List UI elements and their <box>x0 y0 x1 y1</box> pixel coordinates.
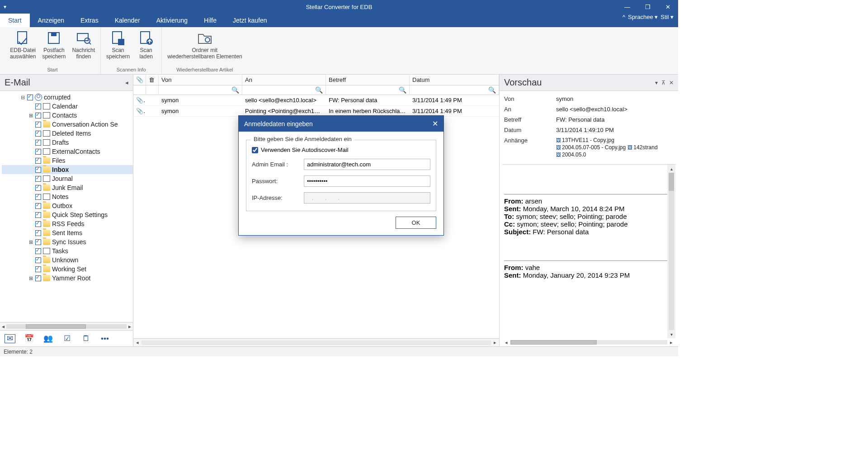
col-an[interactable]: An <box>242 75 326 85</box>
btn-scan-load[interactable]: Scanladen <box>133 29 159 66</box>
nav-tasks-icon[interactable]: ☑ <box>61 334 72 343</box>
tree-item[interactable]: ·Journal <box>2 174 133 183</box>
checkbox[interactable] <box>35 122 41 128</box>
dialog-close-icon[interactable]: ✕ <box>432 119 438 128</box>
search-datum-icon[interactable]: 🔍 <box>488 86 496 94</box>
language-dropdown[interactable]: Sprachee ▾ <box>628 14 658 20</box>
tree-item[interactable]: ⊞Contacts <box>2 111 133 120</box>
search-von-icon[interactable]: 🔍 <box>231 86 239 94</box>
checkbox[interactable] <box>35 230 41 236</box>
tab-start[interactable]: Start <box>0 14 30 27</box>
checkbox[interactable] <box>35 104 41 109</box>
btn-edb-select[interactable]: EDB-Dateiauswählen <box>7 29 38 66</box>
tree-item[interactable]: ⊟corrupted <box>2 93 133 102</box>
tree-item[interactable]: ⊞Yammer Root <box>2 274 133 283</box>
nav-more-icon[interactable]: ••• <box>99 334 110 343</box>
expand-icon[interactable]: ⊞ <box>28 239 33 245</box>
tree-item[interactable]: ·Notes <box>2 192 133 201</box>
checkbox[interactable] <box>35 194 41 200</box>
tree-item[interactable]: ·Unknown <box>2 256 133 265</box>
folder-hscroll[interactable]: ◂▸ <box>0 322 133 330</box>
preview-pin-icon[interactable]: ⊼ <box>661 80 665 86</box>
password-field[interactable] <box>304 175 430 187</box>
search-betreff-icon[interactable]: 🔍 <box>399 86 406 94</box>
tab-anzeigen[interactable]: Anzeigen <box>30 14 72 27</box>
tree-item[interactable]: ·Conversation Action Se <box>2 120 133 129</box>
checkbox[interactable] <box>35 131 41 137</box>
checkbox[interactable] <box>35 113 41 118</box>
maximize-button[interactable]: ❐ <box>637 0 658 14</box>
ribbon-collapse-icon[interactable]: ^ <box>623 14 625 20</box>
checkbox[interactable] <box>35 221 41 227</box>
tab-kalender[interactable]: Kalender <box>107 14 148 27</box>
tree-item[interactable]: ⊞Sync Issues <box>2 237 133 246</box>
nav-people-icon[interactable]: 👥 <box>42 334 53 343</box>
search-an-icon[interactable]: 🔍 <box>315 86 323 94</box>
tree-item[interactable]: ·Inbox <box>2 165 133 174</box>
tree-item[interactable]: ·Junk Email <box>2 183 133 192</box>
style-dropdown[interactable]: Stil ▾ <box>660 14 674 20</box>
nav-calendar-icon[interactable]: 📅 <box>24 334 34 343</box>
email-field[interactable] <box>304 159 430 170</box>
tree-item[interactable]: ·Deleted Items <box>2 129 133 138</box>
col-delete-icon[interactable]: 🗑 <box>146 75 159 85</box>
tree-item[interactable]: ·Drafts <box>2 138 133 147</box>
checkbox[interactable] <box>35 266 41 272</box>
folder-tree[interactable]: ⊟corrupted·Calendar⊞Contacts·Conversatio… <box>0 91 133 322</box>
col-datum[interactable]: Datum <box>410 75 499 85</box>
col-von[interactable]: Von <box>159 75 242 85</box>
tree-item[interactable]: ·Outbox <box>2 201 133 210</box>
btn-scan-save[interactable]: Scanspeichern <box>104 29 132 66</box>
tab-hilfe[interactable]: Hilfe <box>196 14 225 27</box>
dialog-title-bar[interactable]: Anmeldedaten eingeben ✕ <box>239 116 443 132</box>
checkbox[interactable] <box>35 257 41 263</box>
expand-icon[interactable]: ⊟ <box>20 95 25 100</box>
tree-item[interactable]: ·Tasks <box>2 246 133 256</box>
tab-aktivierung[interactable]: Aktivierung <box>148 14 196 27</box>
col-betreff[interactable]: Betreff <box>326 75 410 85</box>
col-attachment-icon[interactable]: 📎 <box>133 75 146 85</box>
tree-item[interactable]: ·Quick Step Settings <box>2 210 133 219</box>
tab-extras[interactable]: Extras <box>72 14 107 27</box>
minimize-button[interactable]: — <box>617 0 637 14</box>
attachment-item[interactable]: 🖼2004.05.07-005 - Copy.jpg <box>556 144 626 151</box>
expand-icon[interactable]: ⊞ <box>28 113 33 118</box>
tree-item[interactable]: ·Working Set <box>2 265 133 274</box>
checkbox[interactable] <box>35 167 41 173</box>
tree-item[interactable]: ·RSS Feeds <box>2 219 133 228</box>
tree-item[interactable]: ·Files <box>2 156 133 165</box>
checkbox[interactable] <box>35 149 41 155</box>
preview-vscroll[interactable]: ▴▾ <box>667 165 675 338</box>
preview-dropdown-icon[interactable]: ▾ <box>655 80 658 86</box>
checkbox[interactable] <box>35 185 41 191</box>
table-row[interactable]: 📎symonsello <sello@exch10.local>FW: Pers… <box>133 95 499 106</box>
collapse-pane-icon[interactable]: ◂ <box>125 79 128 86</box>
close-button[interactable]: ✕ <box>658 0 678 14</box>
checkbox[interactable] <box>35 275 41 281</box>
nav-notes-icon[interactable]: 🗒 <box>80 334 91 343</box>
checkbox[interactable] <box>35 140 41 146</box>
tree-item[interactable]: ·Calendar <box>2 102 133 111</box>
checkbox[interactable] <box>35 158 41 164</box>
attachment-item[interactable]: 🖼142strand <box>627 144 657 151</box>
checkbox[interactable] <box>35 239 41 245</box>
tree-item[interactable]: ·ExternalContacts <box>2 147 133 156</box>
attachment-item[interactable]: 🖼2004.05.0 <box>556 151 586 158</box>
checkbox[interactable] <box>27 95 33 100</box>
expand-icon[interactable]: ⊞ <box>28 275 33 281</box>
nav-mail-icon[interactable]: ✉ <box>5 334 15 343</box>
tab-jetzt-kaufen[interactable]: Jetzt kaufen <box>225 14 275 27</box>
preview-hscroll[interactable]: ◂▸ <box>502 338 675 346</box>
ok-button[interactable]: OK <box>396 217 436 229</box>
attachment-item[interactable]: 🖼13THVE11 - Copy.jpg <box>556 137 614 143</box>
btn-recoverable-folder[interactable]: Ordner mitwiederherstellbaren Elementen <box>165 29 245 66</box>
checkbox[interactable] <box>35 248 41 254</box>
titlebar-chevron-icon[interactable]: ▾ <box>4 4 6 10</box>
autodiscover-checkbox[interactable] <box>252 147 258 153</box>
checkbox[interactable] <box>35 212 41 218</box>
checkbox[interactable] <box>35 203 41 209</box>
btn-postfach-save[interactable]: Postfachspeichern <box>39 29 68 66</box>
btn-find-message[interactable]: Nachrichtfinden <box>69 29 98 66</box>
checkbox[interactable] <box>35 176 41 182</box>
tree-item[interactable]: ·Sent Items <box>2 228 133 237</box>
